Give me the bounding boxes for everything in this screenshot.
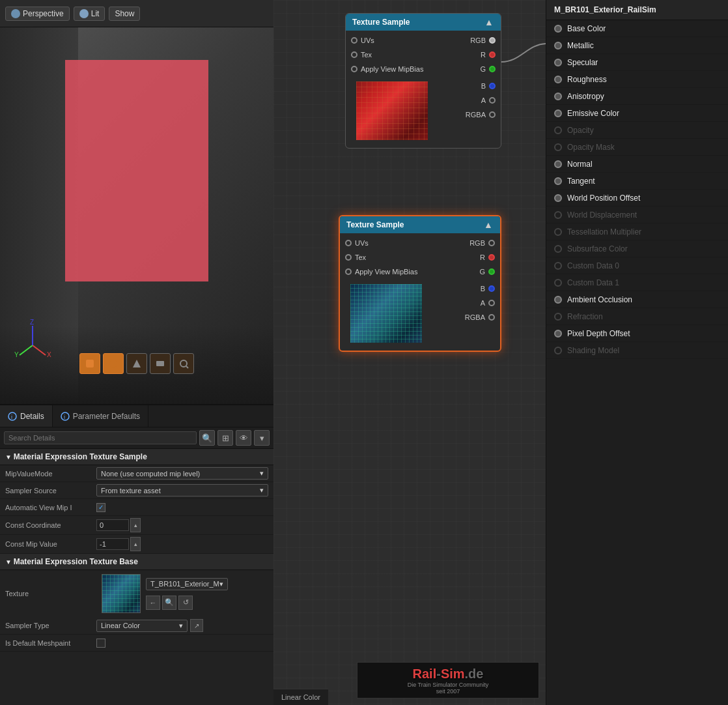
material-pin-row-11[interactable]: World Displacement: [546, 207, 728, 223]
material-pin-row-6[interactable]: Opacity: [546, 122, 728, 139]
material-pin-row-16[interactable]: Ambient Occlusion: [546, 291, 728, 308]
sampler-type-extra-button[interactable]: ↗: [190, 619, 203, 632]
material-pin-row-19[interactable]: Shading Model: [546, 342, 728, 359]
texture-label: Texture: [5, 590, 96, 597]
node-1-a-output-pin[interactable]: [489, 97, 496, 104]
node-1-r-output-pin[interactable]: [489, 51, 496, 58]
texture-controls: T_BR101_Exterior_M ▾ ← 🔍 ↺: [146, 578, 228, 610]
sampler-type-dropdown[interactable]: Linear Color ▾: [96, 620, 188, 632]
node-1-b-output-pin[interactable]: [489, 83, 496, 89]
material-pin-row-5[interactable]: Emissive Color: [546, 105, 728, 122]
node-2-b-output-pin[interactable]: [488, 285, 495, 292]
search-button[interactable]: 🔍: [199, 430, 215, 446]
material-pin-label-15: Custom Data 1: [567, 278, 619, 287]
tool-button-3[interactable]: [126, 353, 147, 374]
material-pin-row-12[interactable]: Tessellation Multiplier: [546, 223, 728, 240]
material-pin-row-15[interactable]: Custom Data 1: [546, 274, 728, 291]
node-2-g-label: G: [479, 268, 485, 276]
show-button[interactable]: Show: [109, 7, 140, 21]
material-pin-row-13[interactable]: Subsurface Color: [546, 240, 728, 257]
tool-button-1[interactable]: [79, 353, 100, 374]
node-2-rgba-output-pin[interactable]: [488, 314, 495, 321]
tool-button-4[interactable]: [150, 353, 171, 374]
material-pin-row-4[interactable]: Anisotropy: [546, 88, 728, 105]
texture-back-button[interactable]: ←: [146, 596, 160, 610]
texture-base-section[interactable]: Material Expression Texture Base: [0, 554, 273, 570]
node-2-a-output-pin[interactable]: [488, 300, 495, 306]
texture-search-button[interactable]: 🔍: [162, 596, 176, 610]
filter-button[interactable]: 👁: [236, 430, 251, 446]
grid-view-button[interactable]: ⊞: [217, 430, 233, 446]
node-2-a-label: A: [481, 299, 485, 307]
node-1-uvs-label: UVs: [361, 36, 374, 44]
node-2-tex-input-pin[interactable]: [345, 254, 352, 261]
svg-text:i: i: [64, 414, 65, 420]
texture-reset-button[interactable]: ↺: [178, 596, 193, 610]
node-2-collapse-button[interactable]: ▲: [483, 220, 494, 230]
const-coord-input[interactable]: [96, 519, 129, 531]
texture-sample-node-1[interactable]: Texture Sample ▲ UVs RGB Tex: [345, 13, 501, 149]
material-pin-row-2[interactable]: Specular: [546, 54, 728, 71]
perspective-button[interactable]: Perspective: [5, 7, 70, 21]
material-canvas[interactable]: Texture Sample ▲ UVs RGB Tex: [273, 0, 546, 705]
const-mip-spin[interactable]: ▴: [130, 537, 141, 551]
sampler-type-row: Sampler Type Linear Color ▾ ↗: [0, 617, 273, 635]
material-pin-dot-16: [554, 296, 562, 304]
material-pin-row-8[interactable]: Normal: [546, 156, 728, 173]
svg-text:Z: Z: [30, 319, 34, 326]
material-pin-dot-3: [554, 76, 562, 83]
node-1-uvs-input-pin[interactable]: [351, 37, 357, 44]
material-expression-section[interactable]: Material Expression Texture Sample: [0, 449, 273, 465]
material-pin-row-17[interactable]: Refraction: [546, 308, 728, 325]
node-2-texture-preview: [350, 284, 422, 343]
lit-button[interactable]: Lit: [74, 7, 105, 21]
material-pin-row-18[interactable]: Pixel Depth Offset: [546, 325, 728, 342]
material-pin-label-18: Pixel Depth Offset: [567, 329, 630, 338]
watermark-year: seit 2007: [408, 688, 489, 695]
node-2-r-output-pin[interactable]: [488, 254, 495, 261]
node-2-uvs-input-pin[interactable]: [345, 240, 352, 246]
node-1-collapse-button[interactable]: ▲: [484, 17, 494, 27]
node-2-apply-input-pin[interactable]: [345, 268, 352, 275]
material-pin-row-3[interactable]: Roughness: [546, 71, 728, 88]
material-pin-row-9[interactable]: Tangent: [546, 173, 728, 190]
default-meshpaint-checkbox[interactable]: [96, 639, 105, 648]
node-1-texture-area: B A RGBA: [346, 76, 501, 145]
sampler-source-dropdown[interactable]: From texture asset ▾: [96, 484, 268, 496]
material-pin-row-1[interactable]: Metallic: [546, 37, 728, 54]
more-button[interactable]: ▾: [254, 430, 270, 446]
node-1-uvs-row: UVs RGB: [346, 33, 501, 48]
details-tab-label: Details: [20, 412, 44, 421]
search-input[interactable]: [4, 431, 197, 444]
watermark: Rail-Sim.de Die Train Simulator Communit…: [357, 662, 539, 698]
parameter-tab[interactable]: i Parameter Defaults: [53, 405, 148, 427]
node-1-rgba-output-pin[interactable]: [489, 111, 496, 118]
material-pin-row-7[interactable]: Opacity Mask: [546, 139, 728, 156]
texture-sample-node-2[interactable]: Texture Sample ▲ UVs RGB Tex: [339, 215, 501, 352]
perspective-icon: [11, 9, 20, 18]
sampler-source-value: From texture asset ▾: [96, 484, 268, 496]
node-2-apply-row: Apply View MipBias G: [340, 265, 500, 279]
node-1-apply-input-pin[interactable]: [351, 66, 357, 72]
tool-button-2[interactable]: [103, 353, 124, 374]
auto-view-mip-label: Automatic View Mip I: [5, 504, 96, 511]
material-node-panel: M_BR101_Exterior_RailSim Base ColorMetal…: [546, 0, 728, 705]
const-coord-spin[interactable]: ▴: [130, 518, 141, 532]
material-pin-row-0[interactable]: Base Color: [546, 20, 728, 37]
node-2-rgb-output-pin[interactable]: [488, 240, 495, 246]
const-mip-input[interactable]: [96, 538, 129, 550]
node-1-rgb-output-pin[interactable]: [489, 37, 496, 44]
tool-button-5[interactable]: [173, 353, 194, 374]
material-pin-row-10[interactable]: World Position Offset: [546, 190, 728, 207]
material-pin-label-12: Tessellation Multiplier: [567, 227, 641, 237]
material-pin-row-14[interactable]: Custom Data 0: [546, 257, 728, 274]
auto-view-mip-checkbox[interactable]: ✓: [96, 503, 105, 512]
texture-name-dropdown[interactable]: T_BR101_Exterior_M ▾: [146, 578, 228, 590]
details-tab[interactable]: i Details: [0, 405, 53, 427]
mip-value-mode-dropdown[interactable]: None (use computed mip level) ▾: [96, 467, 268, 480]
node-1-g-output-pin[interactable]: [489, 66, 496, 72]
node-2-g-output-pin[interactable]: [488, 268, 495, 275]
node-1-rgb-label: RGB: [470, 36, 486, 44]
node-1-tex-input-pin[interactable]: [351, 51, 357, 58]
material-pin-dot-1: [554, 42, 562, 50]
